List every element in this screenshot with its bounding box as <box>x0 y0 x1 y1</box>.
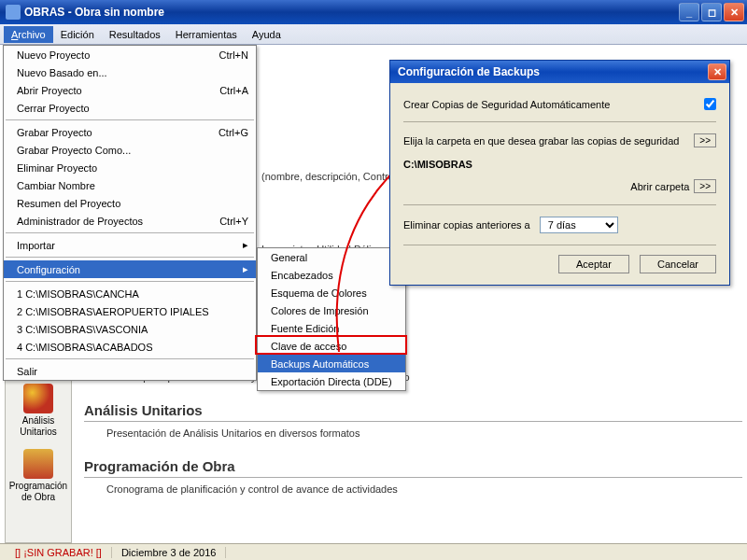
mi-recent-2[interactable]: 2 C:\MISOBRAS\AEROPUERTO IPIALES <box>4 302 256 320</box>
menu-edicion[interactable]: Edición <box>53 26 102 43</box>
dialog-close-button[interactable]: ✕ <box>708 63 726 80</box>
statusbar: [] ¡SIN GRABAR! [] Diciembre 3 de 2016 <box>0 543 747 560</box>
maximize-button[interactable]: ◻ <box>701 3 722 21</box>
app-icon <box>6 5 21 20</box>
mi-importar[interactable]: Importar▸ <box>4 236 256 254</box>
section-desc: Cronograma de planificación y control de… <box>106 483 742 495</box>
menu-archivo[interactable]: Archivo <box>4 26 53 43</box>
accept-button[interactable]: Aceptar <box>558 255 629 273</box>
section-desc: Presentación de Análisis Unitarios en di… <box>106 427 742 439</box>
smi-clave-acceso[interactable]: Clave de acceso <box>258 337 405 355</box>
menubar: Archivo Edición Resultados Herramientas … <box>0 24 747 45</box>
folder-label: Elija la carpeta en que desea grabar las… <box>403 135 694 147</box>
mi-recent-1[interactable]: 1 C:\MISOBRAS\CANCHA <box>4 285 256 302</box>
divider <box>403 204 716 205</box>
smi-esquema-colores[interactable]: Esquema de Colores <box>258 284 405 301</box>
status-date: Diciembre 3 de 2016 <box>112 547 227 558</box>
menu-ayuda[interactable]: Ayuda <box>245 26 289 43</box>
chevron-right-icon: ▸ <box>243 263 248 275</box>
open-folder-label: Abrir carpeta <box>630 181 689 192</box>
smi-general[interactable]: General <box>258 248 405 266</box>
auto-backup-label: Crear Copias de Seguridad Automáticament… <box>403 99 704 110</box>
menu-separator <box>6 358 254 359</box>
menu-separator <box>6 119 254 120</box>
backup-path: C:\MISOBRAS <box>403 159 716 170</box>
programacion-icon <box>23 449 53 479</box>
mi-grabar-proyecto[interactable]: Grabar ProyectoCtrl+G <box>4 123 256 141</box>
mi-recent-4[interactable]: 4 C:\MISOBRAS\ACABADOS <box>4 338 256 356</box>
status-unsaved: [] ¡SIN GRABAR! [] <box>6 547 112 558</box>
mi-recent-3[interactable]: 3 C:\MISOBRAS\VASCONIA <box>4 320 256 338</box>
divider <box>403 121 716 122</box>
smi-encabezados[interactable]: Encabezados <box>258 266 405 284</box>
menu-herramientas[interactable]: Herramientas <box>168 26 245 43</box>
sidebar-programacion[interactable]: Programación de Obra <box>6 443 71 509</box>
close-button[interactable]: ✕ <box>724 3 744 21</box>
mi-eliminar-proyecto[interactable]: Eliminar Proyecto <box>4 159 256 176</box>
mi-administrador[interactable]: Administrador de ProyectosCtrl+Y <box>4 212 256 230</box>
smi-backups-automaticos[interactable]: Backups Automáticos <box>258 355 405 372</box>
smi-colores-impresion[interactable]: Colores de Impresión <box>258 301 405 319</box>
mi-resumen-proyecto[interactable]: Resumen del Proyecto <box>4 194 256 212</box>
analisis-icon <box>23 384 53 413</box>
submenu-configuracion: General Encabezados Esquema de Colores C… <box>257 247 406 391</box>
mi-nuevo-basado[interactable]: Nuevo Basado en... <box>4 63 256 81</box>
dialog-title: Configuración de Backups <box>398 65 708 78</box>
minimize-button[interactable]: _ <box>679 3 699 21</box>
dialog-titlebar: Configuración de Backups ✕ <box>390 61 729 83</box>
bg-text: (nombre, descripción, Contrat <box>261 171 397 182</box>
sidebar-label: Programación de Obra <box>7 481 69 503</box>
mi-cerrar-proyecto[interactable]: Cerrar Proyecto <box>4 99 256 117</box>
menu-separator <box>6 281 254 282</box>
window-titlebar: OBRAS - Obra sin nombre _ ◻ ✕ <box>0 0 747 24</box>
mi-salir[interactable]: Salir <box>4 362 256 380</box>
window-title: OBRAS - Obra sin nombre <box>24 6 679 19</box>
chevron-right-icon: ▸ <box>243 239 248 251</box>
auto-backup-checkbox[interactable] <box>704 98 716 110</box>
delete-copies-label: Eliminar copias anteriores a <box>403 219 530 231</box>
menu-resultados[interactable]: Resultados <box>102 26 168 43</box>
sidebar-analisis[interactable]: Análisis Unitarios <box>6 378 71 443</box>
sidebar-label: Análisis Unitarios <box>7 415 69 438</box>
smi-exportacion-dde[interactable]: Exportación Directa (DDE) <box>258 372 405 390</box>
menu-separator <box>6 257 254 258</box>
mi-grabar-como[interactable]: Grabar Proyecto Como... <box>4 141 256 159</box>
mi-cambiar-nombre[interactable]: Cambiar Nombre <box>4 176 256 194</box>
mi-nuevo-proyecto[interactable]: Nuevo ProyectoCtrl+N <box>4 46 256 63</box>
cancel-button[interactable]: Cancelar <box>640 255 716 273</box>
section-title-analisis: Análisis Unitarios <box>84 399 742 422</box>
mi-abrir-proyecto[interactable]: Abrir ProyectoCtrl+A <box>4 81 256 99</box>
backup-config-dialog: Configuración de Backups ✕ Crear Copias … <box>389 60 730 286</box>
menu-separator <box>6 232 254 233</box>
smi-fuente-edicion[interactable]: Fuente Edición <box>258 319 405 337</box>
menu-archivo-dropdown: Nuevo ProyectoCtrl+N Nuevo Basado en... … <box>3 45 257 381</box>
browse-folder-button[interactable]: >> <box>694 133 716 147</box>
section-title-programacion: Programación de Obra <box>84 455 742 478</box>
open-folder-button[interactable]: >> <box>694 179 716 193</box>
mi-configuracion[interactable]: Configuración▸ <box>4 260 256 278</box>
days-select[interactable]: 7 días <box>540 217 618 233</box>
